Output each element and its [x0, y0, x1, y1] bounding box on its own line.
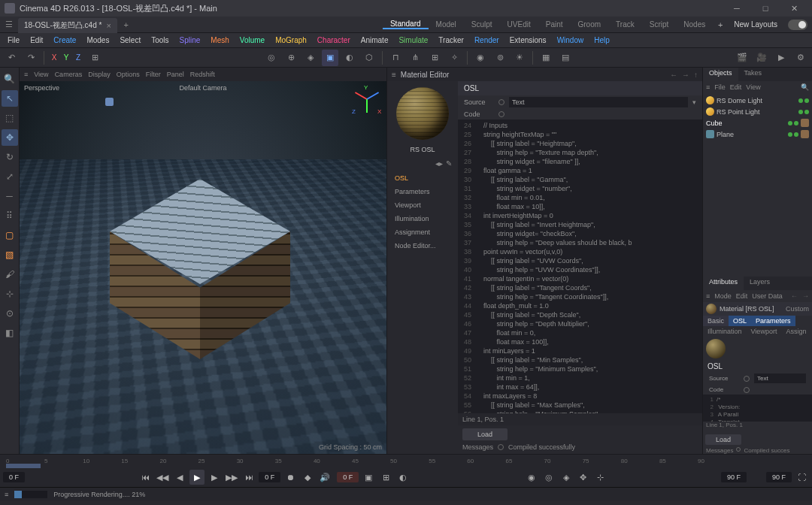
- axis-gizmo[interactable]: X Y Z: [352, 84, 382, 114]
- tl-auto-icon[interactable]: 🔊: [317, 470, 332, 485]
- attr-tab-illumination[interactable]: Illumination: [703, 326, 747, 337]
- document-tab[interactable]: 18-OSL-视差凹凸.c4d * ×: [18, 18, 117, 33]
- tool-8-icon[interactable]: ⋔: [407, 50, 423, 66]
- menu-mograph[interactable]: MoGraph: [271, 36, 311, 44]
- attr-tab-parameters[interactable]: Parameters: [751, 316, 795, 326]
- render-2-icon[interactable]: 🎥: [753, 50, 770, 66]
- editor-menu-icon[interactable]: ≡: [392, 71, 396, 79]
- axis-indicator[interactable]: XYZ: [49, 53, 83, 62]
- tool-1-icon[interactable]: ◎: [263, 50, 280, 66]
- frame-current[interactable]: 0 F: [259, 472, 280, 482]
- tool-snap-icon[interactable]: ⊙: [2, 305, 18, 322]
- mode-uvedit[interactable]: UVEdit: [500, 20, 538, 29]
- tool-edges-icon[interactable]: ▢: [2, 227, 18, 243]
- tl-opt3-icon[interactable]: ◐: [395, 470, 411, 485]
- vp-menu-display[interactable]: Display: [88, 71, 111, 78]
- tool-move-icon[interactable]: ✥: [2, 129, 18, 146]
- tool-6-icon[interactable]: ⬡: [361, 50, 377, 66]
- tool-9-icon[interactable]: ⊞: [426, 50, 443, 66]
- tool-selection-icon[interactable]: ⬚: [2, 110, 18, 126]
- tool-polys-icon[interactable]: ▧: [2, 246, 18, 263]
- tl-rec-icon[interactable]: ⏺: [283, 470, 298, 485]
- attr-nav-fwd[interactable]: →: [802, 292, 809, 300]
- layout-toggle[interactable]: [788, 20, 807, 30]
- objects-tab[interactable]: Objects: [703, 68, 738, 81]
- vp-menu-panel[interactable]: Panel: [167, 71, 184, 78]
- mat-arrow-icon[interactable]: ◂▸: [435, 159, 443, 168]
- tool-14-icon[interactable]: ▦: [538, 50, 554, 66]
- axis-lock-icon[interactable]: ⊞: [86, 50, 103, 66]
- render-1-icon[interactable]: 🎬: [734, 50, 750, 66]
- tool-axis2-icon[interactable]: ⊹: [2, 286, 18, 302]
- render-3-icon[interactable]: ▶: [773, 50, 789, 66]
- status-menu-icon[interactable]: ≡: [5, 491, 8, 498]
- menu-window[interactable]: Window: [553, 36, 589, 44]
- frame-start[interactable]: 0 F: [3, 472, 25, 482]
- takes-tab[interactable]: Takes: [738, 68, 768, 81]
- object-tree[interactable]: RS Dome LightRS Point LightCubePlane: [703, 93, 812, 141]
- tool-work-icon[interactable]: ◧: [2, 325, 18, 341]
- redo-icon[interactable]: ↷: [23, 50, 39, 66]
- source-arrow-icon[interactable]: ▾: [692, 98, 696, 106]
- attr-mode[interactable]: Mode: [714, 292, 732, 300]
- tab-viewport[interactable]: Viewport: [390, 199, 455, 211]
- frame-red[interactable]: 0 F: [337, 472, 359, 482]
- close-tab-icon[interactable]: ×: [106, 21, 111, 30]
- attr-tab-basic[interactable]: Basic: [703, 316, 729, 326]
- mode-standard[interactable]: Standard: [383, 20, 429, 29]
- load-button[interactable]: Load: [462, 428, 508, 440]
- obj-menu-view[interactable]: View: [746, 83, 760, 91]
- add-mode-button[interactable]: +: [713, 20, 728, 29]
- tool-5-icon[interactable]: ◐: [341, 50, 358, 66]
- nav-up-icon[interactable]: ↑: [694, 71, 698, 79]
- tool-cube-icon[interactable]: ▣: [322, 50, 338, 66]
- vp-menu-filter[interactable]: Filter: [146, 71, 161, 78]
- code-port-icon[interactable]: [498, 111, 504, 117]
- mode-sculpt[interactable]: Sculpt: [464, 20, 500, 29]
- attr-nav-back[interactable]: ←: [791, 292, 798, 300]
- tl-next-frame-icon[interactable]: ▶: [207, 470, 222, 485]
- nav-fwd-icon[interactable]: →: [682, 71, 689, 79]
- tool-3-icon[interactable]: ◈: [302, 50, 319, 66]
- attributes-tab[interactable]: Attributes: [703, 277, 744, 290]
- obj-menu-edit[interactable]: Edit: [730, 83, 742, 91]
- menu-character[interactable]: Character: [313, 36, 355, 44]
- tool-11-icon[interactable]: ◉: [472, 50, 489, 66]
- menu-animate[interactable]: Animate: [356, 36, 393, 44]
- tl-c1-icon[interactable]: ◉: [524, 470, 539, 485]
- attr-code-port[interactable]: [744, 387, 750, 393]
- tl-opt2-icon[interactable]: ⊞: [378, 470, 393, 485]
- object-row[interactable]: RS Point Light: [706, 106, 809, 117]
- tool-2-icon[interactable]: ⊕: [283, 50, 299, 66]
- tab-node-editor[interactable]: Node Editor...: [390, 240, 455, 252]
- attr-load-button[interactable]: Load: [705, 434, 741, 445]
- menu-modes[interactable]: Modes: [82, 36, 114, 44]
- source-dropdown[interactable]: Text: [509, 97, 688, 107]
- tl-c3-icon[interactable]: ◈: [559, 470, 574, 485]
- object-row[interactable]: Plane: [706, 129, 809, 140]
- tool-cursor-icon[interactable]: ↖: [2, 90, 18, 107]
- menu-simulate[interactable]: Simulate: [394, 36, 432, 44]
- menu-tracker[interactable]: Tracker: [434, 36, 468, 44]
- material-preview[interactable]: [396, 87, 449, 140]
- attr-tab-osl[interactable]: OSL: [729, 316, 751, 326]
- menu-volume[interactable]: Volume: [235, 36, 269, 44]
- object-row[interactable]: RS Dome Light: [706, 95, 809, 106]
- tl-first-icon[interactable]: ⏮: [138, 470, 153, 485]
- mode-script[interactable]: Script: [642, 20, 677, 29]
- timeline-ruler[interactable]: 051015202530354045505560657075808590: [0, 455, 812, 468]
- attr-tab-assign[interactable]: Assign: [781, 326, 810, 337]
- layers-tab[interactable]: Layers: [744, 277, 776, 290]
- tab-assignment[interactable]: Assignment: [390, 226, 455, 238]
- obj-search-icon[interactable]: 🔍: [801, 83, 809, 91]
- attr-source-port[interactable]: [744, 376, 750, 382]
- mode-model[interactable]: Model: [429, 20, 464, 29]
- add-tab-button[interactable]: +: [117, 17, 135, 33]
- vp-menu-cameras[interactable]: Cameras: [55, 71, 83, 78]
- tl-last-icon[interactable]: ⏭: [241, 470, 256, 485]
- tab-menu-icon[interactable]: ☰: [0, 17, 18, 33]
- tl-c5-icon[interactable]: ⊹: [593, 470, 608, 485]
- vp-menu-redshift[interactable]: Redshift: [190, 71, 215, 78]
- minimize-button[interactable]: ─: [723, 1, 750, 16]
- tool-brush-icon[interactable]: 🖌: [2, 266, 18, 283]
